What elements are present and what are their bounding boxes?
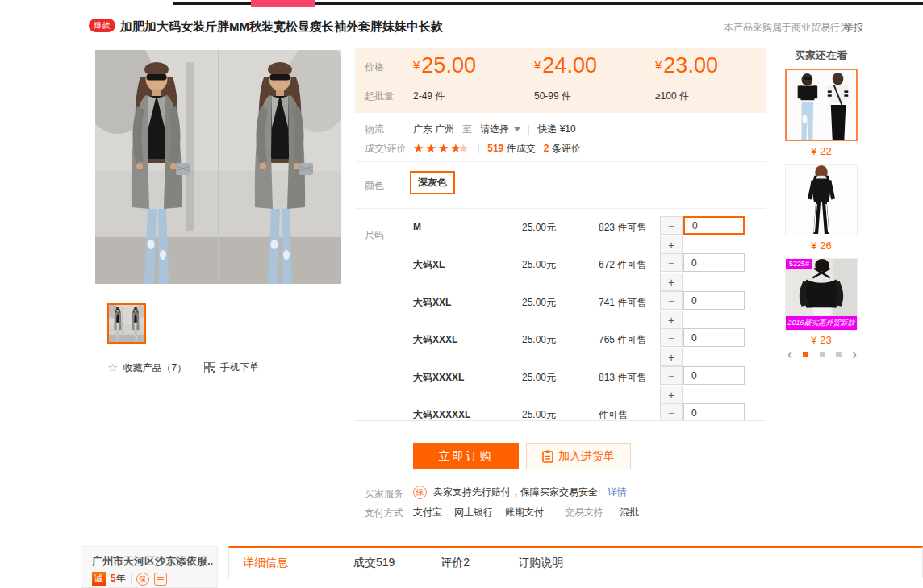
size-row: 大码XXXXXL 25.00元 件可售 − + [355,403,766,420]
service-detail-link[interactable]: 详情 [608,486,627,499]
size-price: 25.00元 [522,296,556,310]
color-option-selected[interactable]: 深灰色 [410,171,455,194]
tab-deals[interactable]: 成交519 [353,556,395,570]
seller-name-link[interactable]: 广州市天河区沙东添依服... [92,554,213,569]
yen-sign: ¥ [534,58,541,72]
seller-years: 5年 [111,572,126,586]
reviews-number: 2 [544,143,549,154]
tab-detail-info[interactable]: 详细信息 [243,556,288,570]
divider [478,144,479,153]
mobile-order-label: 手机下单 [220,361,259,374]
logistics-origin: 广东 广州 [413,123,454,136]
mobile-order-button[interactable]: 手机下单 [204,361,259,374]
payment-method: 账期支付 [505,506,544,519]
yen-sign: ¥ [413,58,420,72]
tab-reviews[interactable]: 评价2 [441,556,470,570]
yen-sign: ¥ [655,58,662,72]
related-item-price: ¥ 23 [785,334,858,346]
qty-plus-button[interactable]: + [660,348,683,366]
product-main-image[interactable] [95,50,341,284]
qty-input[interactable] [683,366,745,385]
payment-method: 支付宝 [413,506,442,519]
qty-minus-button[interactable]: − [660,216,683,235]
price-tier-1: ¥25.00 [413,53,476,78]
size-price: 25.00元 [522,333,556,347]
buyer-service-label: 买家服务 [365,487,403,501]
qr-code-icon [204,362,215,373]
size-price: 25.00元 [522,371,556,385]
qty-input[interactable] [683,328,745,347]
size-stock: 823 件可售 [599,221,646,235]
rating-label: 成交\评价 [365,142,406,156]
item-tag: 5225# [786,259,812,269]
qty-plus-button[interactable]: + [660,273,683,291]
qty-input[interactable] [683,291,745,310]
favorite-button[interactable]: ☆ 收藏产品（7） [107,361,186,375]
logistics-row: 广东 广州 至 请选择 快递 ¥10 [413,123,576,136]
contract-badge-icon [154,573,167,586]
buyer-service-row: 保 卖家支持先行赔付，保障买家交易安全 详情 [413,486,627,499]
destination-select[interactable]: 请选择 [480,123,520,136]
divider [528,125,529,135]
related-item-image[interactable] [785,69,858,141]
service-text: 卖家支持先行赔付，保障买家交易安全 [433,486,598,499]
size-row: M 25.00元 823 件可售 − + [355,216,766,254]
prev-arrow-icon[interactable]: ‹ [787,348,792,360]
sidebar-title-text: 买家还在看 [795,48,847,63]
add-to-cart-button[interactable]: 加入进货单 [526,443,631,469]
size-row: 大码XXXXL 25.00元 813 件可售 − + [355,366,766,404]
payment-label: 支付方式 [365,507,403,520]
qty-plus-button[interactable]: + [660,311,683,329]
reviews-suffix: 条评价 [552,143,581,154]
star-filled-icons: ★★★★ [413,141,463,155]
sidebar-title: 买家还在看 [779,48,863,63]
deals-count-link[interactable]: 519 件成交 [487,142,535,156]
price-panel: 价格 起批量 ¥25.00 ¥24.00 ¥23.00 2-49 件 50-99… [355,48,766,113]
next-arrow-icon[interactable]: › [852,348,857,360]
cheng-badge-icon: 诚 [92,572,106,586]
page-dot[interactable] [836,352,842,357]
related-item-image[interactable]: 5225# 2016最实惠外贸新款 [785,258,858,331]
qty-minus-button[interactable]: − [660,328,683,347]
top-loading-bar-progress [251,0,315,7]
product-thumbnail[interactable] [107,303,146,344]
qty-input[interactable] [683,216,745,235]
favorite-label: 收藏产品（7） [123,361,186,375]
qty-plus-button[interactable]: + [660,386,683,404]
add-to-cart-label: 加入进货单 [558,449,615,464]
star-rating: ★★★★★ [413,141,470,156]
deals-number: 519 [487,143,503,154]
qty-input[interactable] [683,253,745,272]
qty-range: 2-49 件 [413,90,445,103]
order-now-button[interactable]: 立即订购 [413,443,519,469]
years-unit: 年 [116,573,126,584]
divider [131,574,132,584]
divider [355,420,766,421]
qty-input[interactable] [683,403,745,420]
tab-order-notes[interactable]: 订购说明 [518,556,563,570]
min-qty-label: 起批量 [365,90,394,103]
related-item-price: ¥ 26 [785,240,858,252]
clipboard-icon [542,450,553,463]
payment-method: 网上银行 [454,506,493,519]
size-name: 大码XL [413,258,445,272]
destination-select-value: 请选择 [480,123,509,136]
logistics-to: 至 [462,123,472,136]
qty-minus-button[interactable]: − [660,253,683,272]
related-item-image[interactable] [785,164,858,236]
divider [853,56,863,56]
qty-minus-button[interactable]: − [660,403,683,420]
page-dot-active[interactable] [803,352,808,357]
years-number: 5 [111,573,116,584]
page-dot[interactable] [820,352,825,357]
report-link[interactable]: 举报 [844,21,863,35]
qty-plus-button[interactable]: + [660,236,683,254]
qty-minus-button[interactable]: − [660,291,683,310]
price-value: 24.00 [542,53,597,77]
reviews-count-link[interactable]: 2 条评价 [544,142,581,156]
qty-minus-button[interactable]: − [660,366,683,385]
size-price: 25.00元 [522,221,556,235]
page-title: 加肥加大码女装斤胖MM秋装宽松显瘦长袖外套胖妹妹中长款 [120,19,443,35]
guarantee-badge-icon: 保 [136,573,149,586]
divider [355,161,766,162]
